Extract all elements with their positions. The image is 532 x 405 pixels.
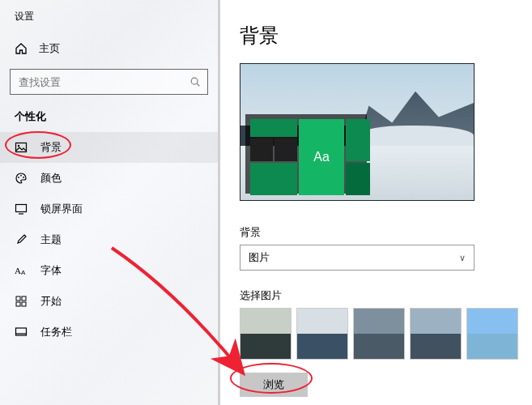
search-icon: [189, 76, 201, 87]
nav-item-taskbar[interactable]: 任务栏: [0, 317, 218, 347]
nav-item-fonts[interactable]: AA 字体: [0, 255, 218, 286]
svg-rect-15: [16, 328, 27, 335]
main-content: 背景 Aa 背景 图片 ∨ 选择图片 浏览: [220, 0, 532, 405]
nav-item-label: 主题: [40, 232, 62, 247]
nav-item-label: 开始: [40, 294, 62, 309]
nav-item-label: 颜色: [40, 171, 62, 185]
image-thumbnail[interactable]: [466, 308, 518, 360]
chevron-down-icon: ∨: [459, 253, 466, 263]
image-thumbnail[interactable]: [410, 308, 462, 360]
nav-item-lockscreen[interactable]: 锁屏界面: [0, 194, 218, 224]
choose-image-label: 选择图片: [240, 288, 532, 303]
desktop-preview: Aa: [240, 63, 475, 201]
font-icon: AA: [15, 264, 28, 277]
window-title: 设置: [0, 10, 218, 35]
nav-item-label: 背景: [40, 140, 62, 155]
nav-item-background[interactable]: 背景: [0, 132, 218, 163]
svg-point-4: [18, 177, 19, 178]
picture-icon: [15, 141, 28, 154]
svg-rect-2: [16, 143, 27, 152]
svg-point-5: [20, 175, 22, 177]
svg-text:A: A: [21, 269, 26, 276]
preview-start-tiles: Aa: [245, 114, 367, 194]
nav-item-themes[interactable]: 主题: [0, 224, 218, 255]
svg-point-6: [23, 177, 24, 178]
image-thumbnail-row: [240, 308, 532, 360]
image-thumbnail[interactable]: [240, 308, 292, 360]
browse-button[interactable]: 浏览: [240, 373, 308, 397]
svg-line-1: [197, 83, 199, 86]
sidebar-section-title: 个性化: [0, 109, 218, 132]
image-thumbnail[interactable]: [296, 308, 348, 360]
dropdown-value: 图片: [249, 250, 270, 265]
nav-item-colors[interactable]: 颜色: [0, 163, 218, 194]
svg-point-3: [18, 145, 19, 147]
brush-icon: [15, 233, 28, 246]
page-heading: 背景: [240, 23, 532, 49]
svg-rect-12: [22, 296, 26, 301]
svg-text:A: A: [15, 266, 21, 275]
settings-sidebar: 设置 主页 个性化 背景 颜色 锁屏界面 主题: [0, 0, 220, 405]
svg-rect-7: [16, 205, 27, 212]
palette-icon: [15, 172, 28, 185]
background-field-label: 背景: [240, 225, 532, 240]
nav-item-label: 锁屏界面: [40, 202, 83, 216]
svg-rect-14: [22, 302, 26, 306]
background-type-dropdown[interactable]: 图片 ∨: [240, 245, 475, 271]
svg-rect-11: [16, 296, 20, 301]
search-box[interactable]: [10, 69, 208, 95]
nav-home[interactable]: 主页: [0, 35, 218, 69]
monitor-icon: [15, 202, 28, 215]
home-icon: [15, 42, 28, 55]
nav-item-label: 任务栏: [40, 325, 72, 339]
nav-item-start[interactable]: 开始: [0, 286, 218, 317]
taskbar-icon: [15, 326, 28, 339]
svg-rect-13: [16, 302, 20, 306]
svg-point-0: [191, 78, 198, 84]
nav-item-label: 字体: [40, 263, 62, 278]
start-icon: [15, 295, 28, 308]
search-input[interactable]: [17, 75, 189, 89]
nav-home-label: 主页: [39, 41, 60, 56]
preview-sample-tile: Aa: [299, 119, 344, 195]
image-thumbnail[interactable]: [353, 308, 405, 360]
